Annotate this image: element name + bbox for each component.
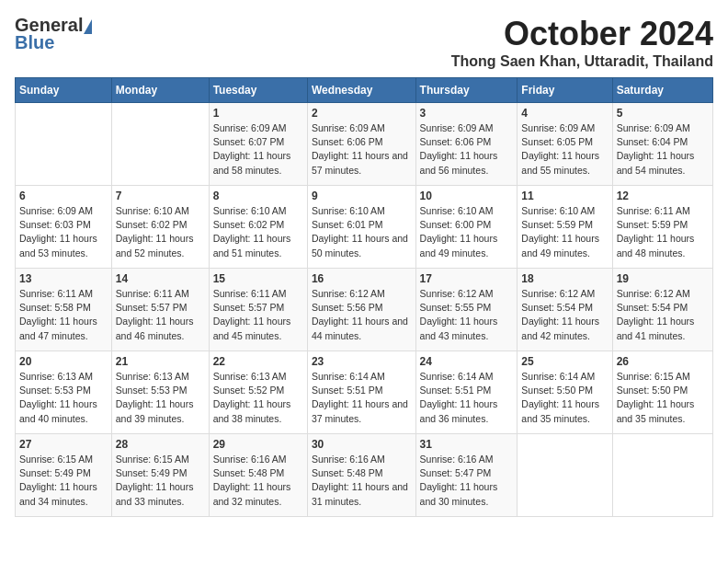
week-row-3: 13Sunrise: 6:11 AM Sunset: 5:58 PM Dayli… (16, 269, 713, 351)
day-info: Sunrise: 6:15 AM Sunset: 5:50 PM Dayligh… (617, 370, 709, 426)
calendar-cell-w5-d2: 28Sunrise: 6:15 AM Sunset: 5:49 PM Dayli… (111, 434, 209, 517)
day-info: Sunrise: 6:09 AM Sunset: 6:06 PM Dayligh… (312, 121, 412, 178)
day-number: 20 (19, 355, 108, 368)
logo: General Blue (15, 15, 92, 53)
header-sunday: Sunday (16, 78, 112, 103)
calendar-cell-w3-d2: 14Sunrise: 6:11 AM Sunset: 5:57 PM Dayli… (111, 269, 209, 351)
calendar-cell-w1-d4: 2Sunrise: 6:09 AM Sunset: 6:06 PM Daylig… (307, 103, 415, 186)
day-number: 10 (420, 190, 514, 202)
header-wednesday: Wednesday (307, 78, 415, 103)
title-section: October 2024 Thong Saen Khan, Uttaradit,… (451, 15, 713, 70)
day-info: Sunrise: 6:10 AM Sunset: 6:02 PM Dayligh… (213, 204, 303, 260)
day-number: 3 (420, 107, 514, 120)
day-number: 5 (617, 107, 709, 120)
day-number: 13 (19, 272, 108, 285)
calendar-cell-w3-d6: 18Sunrise: 6:12 AM Sunset: 5:54 PM Dayli… (518, 269, 612, 351)
day-info: Sunrise: 6:11 AM Sunset: 5:59 PM Dayligh… (617, 204, 709, 260)
calendar-cell-w5-d7 (612, 434, 712, 517)
day-info: Sunrise: 6:11 AM Sunset: 5:58 PM Dayligh… (19, 287, 108, 343)
day-info: Sunrise: 6:14 AM Sunset: 5:50 PM Dayligh… (521, 370, 608, 426)
day-number: 6 (19, 190, 108, 202)
week-row-1: 1Sunrise: 6:09 AM Sunset: 6:07 PM Daylig… (16, 103, 713, 186)
page-header: General Blue October 2024 Thong Saen Kha… (15, 15, 713, 70)
logo-blue: Blue (15, 32, 54, 53)
week-row-2: 6Sunrise: 6:09 AM Sunset: 6:03 PM Daylig… (16, 186, 713, 269)
day-number: 29 (213, 438, 303, 451)
calendar-cell-w1-d3: 1Sunrise: 6:09 AM Sunset: 6:07 PM Daylig… (209, 103, 307, 186)
day-info: Sunrise: 6:09 AM Sunset: 6:07 PM Dayligh… (213, 121, 303, 178)
day-info: Sunrise: 6:10 AM Sunset: 5:59 PM Dayligh… (521, 204, 608, 260)
day-info: Sunrise: 6:10 AM Sunset: 6:01 PM Dayligh… (312, 204, 412, 260)
calendar-cell-w2-d5: 10Sunrise: 6:10 AM Sunset: 6:00 PM Dayli… (415, 186, 518, 269)
day-info: Sunrise: 6:16 AM Sunset: 5:48 PM Dayligh… (213, 453, 303, 509)
header-tuesday: Tuesday (209, 78, 307, 103)
day-info: Sunrise: 6:12 AM Sunset: 5:56 PM Dayligh… (312, 287, 412, 343)
calendar-cell-w4-d7: 26Sunrise: 6:15 AM Sunset: 5:50 PM Dayli… (612, 351, 712, 434)
day-number: 24 (420, 355, 514, 368)
day-info: Sunrise: 6:13 AM Sunset: 5:53 PM Dayligh… (116, 370, 205, 426)
calendar-cell-w3-d1: 13Sunrise: 6:11 AM Sunset: 5:58 PM Dayli… (16, 269, 112, 351)
day-number: 27 (19, 438, 108, 451)
day-info: Sunrise: 6:13 AM Sunset: 5:52 PM Dayligh… (213, 370, 303, 426)
calendar-cell-w3-d7: 19Sunrise: 6:12 AM Sunset: 5:54 PM Dayli… (612, 269, 712, 351)
day-number: 17 (420, 272, 514, 285)
day-info: Sunrise: 6:11 AM Sunset: 5:57 PM Dayligh… (213, 287, 303, 343)
day-info: Sunrise: 6:12 AM Sunset: 5:55 PM Dayligh… (420, 287, 514, 343)
day-info: Sunrise: 6:13 AM Sunset: 5:53 PM Dayligh… (19, 370, 108, 426)
calendar-cell-w5-d6 (518, 434, 612, 517)
calendar-cell-w3-d4: 16Sunrise: 6:12 AM Sunset: 5:56 PM Dayli… (307, 269, 415, 351)
day-number: 21 (116, 355, 205, 368)
calendar-cell-w4-d6: 25Sunrise: 6:14 AM Sunset: 5:50 PM Dayli… (518, 351, 612, 434)
calendar-cell-w1-d5: 3Sunrise: 6:09 AM Sunset: 6:06 PM Daylig… (415, 103, 518, 186)
calendar-cell-w4-d4: 23Sunrise: 6:14 AM Sunset: 5:51 PM Dayli… (307, 351, 415, 434)
location-title: Thong Saen Khan, Uttaradit, Thailand (451, 53, 713, 70)
day-info: Sunrise: 6:11 AM Sunset: 5:57 PM Dayligh… (116, 287, 205, 343)
day-number: 2 (312, 107, 412, 120)
day-info: Sunrise: 6:14 AM Sunset: 5:51 PM Dayligh… (420, 370, 514, 426)
day-number: 28 (116, 438, 205, 451)
week-row-4: 20Sunrise: 6:13 AM Sunset: 5:53 PM Dayli… (16, 351, 713, 434)
calendar-cell-w3-d5: 17Sunrise: 6:12 AM Sunset: 5:55 PM Dayli… (415, 269, 518, 351)
calendar-cell-w4-d3: 22Sunrise: 6:13 AM Sunset: 5:52 PM Dayli… (209, 351, 307, 434)
day-number: 18 (521, 272, 608, 285)
week-row-5: 27Sunrise: 6:15 AM Sunset: 5:49 PM Dayli… (16, 434, 713, 517)
day-info: Sunrise: 6:10 AM Sunset: 6:02 PM Dayligh… (116, 204, 205, 260)
day-number: 15 (213, 272, 303, 285)
day-number: 16 (312, 272, 412, 285)
day-number: 1 (213, 107, 303, 120)
day-number: 8 (213, 190, 303, 202)
calendar-cell-w2-d4: 9Sunrise: 6:10 AM Sunset: 6:01 PM Daylig… (307, 186, 415, 269)
day-number: 23 (312, 355, 412, 368)
day-number: 19 (617, 272, 709, 285)
day-number: 22 (213, 355, 303, 368)
day-number: 9 (312, 190, 412, 202)
day-number: 14 (116, 272, 205, 285)
calendar-table: Sunday Monday Tuesday Wednesday Thursday… (15, 77, 713, 517)
day-number: 26 (617, 355, 709, 368)
calendar-cell-w1-d6: 4Sunrise: 6:09 AM Sunset: 6:05 PM Daylig… (518, 103, 612, 186)
calendar-cell-w5-d5: 31Sunrise: 6:16 AM Sunset: 5:47 PM Dayli… (415, 434, 518, 517)
day-info: Sunrise: 6:12 AM Sunset: 5:54 PM Dayligh… (521, 287, 608, 343)
calendar-cell-w4-d5: 24Sunrise: 6:14 AM Sunset: 5:51 PM Dayli… (415, 351, 518, 434)
calendar-cell-w2-d6: 11Sunrise: 6:10 AM Sunset: 5:59 PM Dayli… (518, 186, 612, 269)
header-saturday: Saturday (612, 78, 712, 103)
day-number: 4 (521, 107, 608, 120)
day-number: 25 (521, 355, 608, 368)
calendar-cell-w5-d4: 30Sunrise: 6:16 AM Sunset: 5:48 PM Dayli… (307, 434, 415, 517)
calendar-cell-w5-d1: 27Sunrise: 6:15 AM Sunset: 5:49 PM Dayli… (16, 434, 112, 517)
day-number: 30 (312, 438, 412, 451)
day-number: 12 (617, 190, 709, 202)
calendar-cell-w2-d2: 7Sunrise: 6:10 AM Sunset: 6:02 PM Daylig… (111, 186, 209, 269)
day-info: Sunrise: 6:09 AM Sunset: 6:03 PM Dayligh… (19, 204, 108, 260)
day-info: Sunrise: 6:09 AM Sunset: 6:05 PM Dayligh… (521, 121, 608, 178)
calendar-cell-w4-d1: 20Sunrise: 6:13 AM Sunset: 5:53 PM Dayli… (16, 351, 112, 434)
calendar-cell-w2-d1: 6Sunrise: 6:09 AM Sunset: 6:03 PM Daylig… (16, 186, 112, 269)
header-monday: Monday (111, 78, 209, 103)
calendar-cell-w1-d1 (16, 103, 112, 186)
calendar-cell-w2-d3: 8Sunrise: 6:10 AM Sunset: 6:02 PM Daylig… (209, 186, 307, 269)
day-info: Sunrise: 6:10 AM Sunset: 6:00 PM Dayligh… (420, 204, 514, 260)
day-info: Sunrise: 6:15 AM Sunset: 5:49 PM Dayligh… (116, 453, 205, 509)
calendar-cell-w5-d3: 29Sunrise: 6:16 AM Sunset: 5:48 PM Dayli… (209, 434, 307, 517)
day-info: Sunrise: 6:16 AM Sunset: 5:47 PM Dayligh… (420, 453, 514, 509)
header-thursday: Thursday (415, 78, 518, 103)
